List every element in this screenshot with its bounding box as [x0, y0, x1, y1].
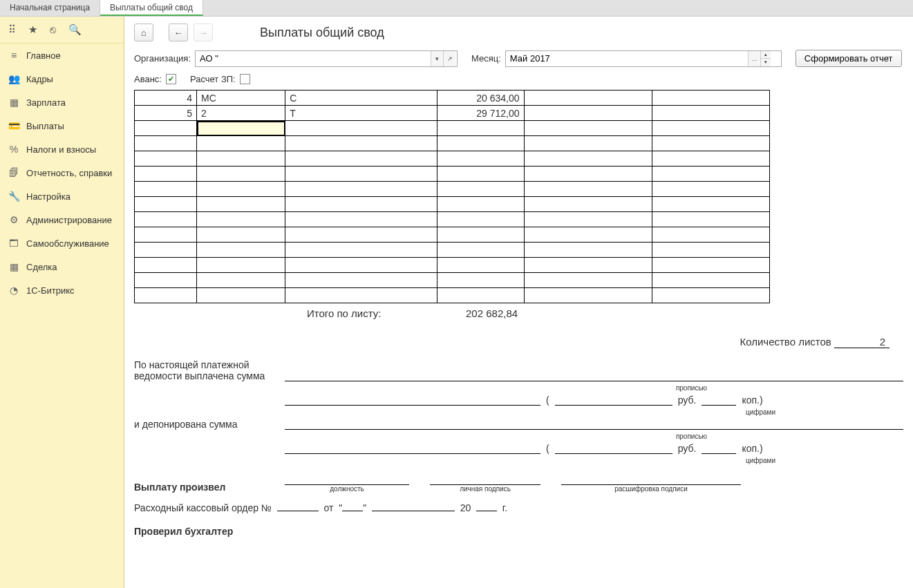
nav-label: 1С-Битрикс	[26, 285, 75, 296]
payer-label: Выплату произвел	[134, 482, 279, 493]
table-row[interactable]	[135, 273, 770, 288]
sidebar-item-8[interactable]: 🗔Самообслуживание	[0, 231, 124, 255]
table-row[interactable]	[135, 258, 770, 273]
forward-button: →	[194, 23, 213, 41]
sheet-count: Количество листов 2	[134, 322, 903, 354]
digits-caption: цифрами	[134, 408, 903, 416]
report-area[interactable]: 4МСС20 634,0052Т29 712,00 Итого по листу…	[124, 90, 913, 588]
home-button[interactable]: ⌂	[134, 23, 153, 41]
star-icon[interactable]: ★	[28, 23, 37, 36]
table-row[interactable]	[135, 151, 770, 167]
table-row[interactable]	[135, 197, 770, 212]
deponent-label: и депонирована сумма	[134, 419, 279, 430]
tabs-bar: Начальная страница Выплаты общий свод	[0, 0, 913, 17]
nav-icon: ▦	[8, 97, 19, 108]
advance-label: Аванс:	[134, 74, 162, 84]
nav-icon: ≡	[8, 50, 19, 61]
paid-label-2: ведомости выплачена сумма	[134, 370, 279, 381]
totals-row: Итого по листу: 202 682,84	[134, 303, 903, 322]
sidebar-item-5[interactable]: 🗐Отчетность, справки	[0, 161, 124, 184]
checked-label: Проверил бухгалтер	[134, 520, 903, 537]
nav-icon: ▦	[8, 261, 19, 272]
sidebar-item-9[interactable]: ▦Сделка	[0, 255, 124, 278]
sidebar-item-10[interactable]: ◔1С-Битрикс	[0, 278, 124, 302]
open-icon[interactable]: ↗	[443, 51, 455, 66]
nav-icon: %	[8, 144, 19, 155]
nav-label: Главное	[26, 50, 61, 61]
nav-label: Налоги и взносы	[26, 144, 96, 155]
table-row[interactable]	[135, 227, 770, 243]
search-icon[interactable]: 🔍	[68, 23, 82, 36]
table-row[interactable]	[135, 121, 770, 136]
page-title: Выплаты общий свод	[260, 26, 384, 40]
nav-icon: ◔	[8, 285, 19, 296]
nav-label: Зарплата	[26, 97, 66, 108]
month-combo[interactable]: … ▴▾	[505, 50, 782, 67]
nav-icon: 🗔	[8, 238, 19, 249]
sidebar-item-0[interactable]: ≡Главное	[0, 44, 124, 67]
history-icon[interactable]: ⎋	[50, 23, 56, 36]
month-input[interactable]	[506, 51, 748, 66]
sidebar-item-7[interactable]: ⚙Администрирование	[0, 208, 124, 231]
generate-report-button[interactable]: Сформировать отчет	[796, 50, 902, 67]
sidebar-item-4[interactable]: %Налоги и взносы	[0, 137, 124, 161]
tab-home[interactable]: Начальная страница	[0, 0, 100, 16]
advance-checkbox[interactable]: ✔	[166, 74, 176, 84]
ellipsis-icon[interactable]: …	[748, 51, 760, 66]
propis-caption: прописью	[134, 384, 903, 392]
table-row[interactable]	[135, 243, 770, 258]
order-row: Расходный кассовый ордер № от "" 20 г.	[134, 495, 903, 520]
nav-icon: 🗐	[8, 167, 19, 178]
table-row[interactable]	[135, 136, 770, 151]
sidebar-item-1[interactable]: 👥Кадры	[0, 67, 124, 91]
nav-label: Настройка	[26, 191, 70, 202]
nav-label: Сделка	[26, 262, 57, 272]
report-table[interactable]: 4МСС20 634,0052Т29 712,00	[134, 90, 770, 303]
main-content: ⌂ ← → Выплаты общий свод Организация: ▾ …	[124, 17, 913, 588]
org-combo[interactable]: ▾ ↗	[195, 50, 458, 67]
org-label: Организация:	[134, 53, 191, 64]
table-row[interactable]: 4МСС20 634,00	[135, 91, 770, 106]
month-label: Месяц:	[471, 53, 501, 64]
sidebar-item-2[interactable]: ▦Зарплата	[0, 91, 124, 114]
zp-checkbox[interactable]	[240, 74, 250, 84]
table-row[interactable]	[135, 167, 770, 182]
nav-label: Выплаты	[26, 121, 64, 131]
sidebar-toolbar: ⠿ ★ ⎋ 🔍	[0, 17, 124, 44]
nav-icon: 🔧	[8, 191, 19, 202]
nav-icon: 💳	[8, 120, 19, 131]
paid-label-1: По настоящей платежной	[134, 359, 279, 370]
table-row[interactable]	[135, 182, 770, 197]
apps-icon[interactable]: ⠿	[8, 23, 16, 36]
table-row[interactable]	[135, 212, 770, 227]
org-input[interactable]	[196, 51, 431, 66]
nav-label: Отчетность, справки	[26, 168, 112, 178]
table-row[interactable]	[135, 288, 770, 303]
dropdown-icon[interactable]: ▾	[431, 51, 443, 66]
sidebar: ⠿ ★ ⎋ 🔍 ≡Главное👥Кадры▦Зарплата💳Выплаты%…	[0, 17, 124, 588]
sidebar-item-3[interactable]: 💳Выплаты	[0, 114, 124, 137]
nav-label: Кадры	[26, 74, 53, 84]
nav-icon: 👥	[8, 73, 19, 84]
sidebar-item-6[interactable]: 🔧Настройка	[0, 184, 124, 208]
nav-label: Самообслуживание	[26, 238, 109, 249]
tab-report[interactable]: Выплаты общий свод	[100, 0, 203, 16]
nav-label: Администрирование	[26, 215, 112, 225]
back-button[interactable]: ←	[169, 23, 188, 41]
zp-label: Расчет ЗП:	[190, 74, 236, 84]
month-spinner[interactable]: ▴▾	[760, 51, 771, 66]
table-row[interactable]: 52Т29 712,00	[135, 106, 770, 121]
nav-icon: ⚙	[8, 214, 19, 225]
amount-words-line	[285, 370, 903, 381]
